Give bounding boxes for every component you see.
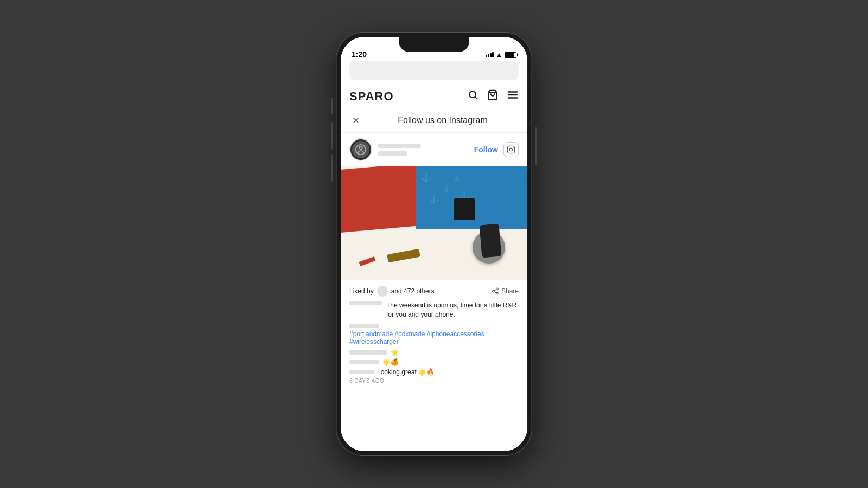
status-icons: ▲ (486, 51, 516, 59)
side-button-vol-down (331, 155, 333, 182)
handle-skeleton (378, 151, 407, 156)
commenter-1-skeleton (349, 350, 387, 355)
clock (454, 198, 475, 220)
svg-line-21 (494, 292, 496, 293)
comment-row-3: Looking great 🌟🔥 (349, 368, 519, 376)
svg-line-1 (475, 97, 477, 99)
red-fabric (341, 166, 416, 233)
close-button[interactable] (349, 114, 362, 127)
banner-title-row: Follow us on Instagram (341, 108, 527, 133)
side-button-power (535, 127, 537, 165)
notch (399, 37, 469, 52)
comment-row-1: 🌟 (349, 349, 519, 356)
caption-username-skeleton (349, 301, 382, 305)
phone-frame: 1:20 ▲ SPARO (336, 33, 532, 455)
profile-info (378, 144, 474, 156)
instagram-widget: Follow us on Instagram (341, 108, 527, 166)
svg-text:⚓: ⚓ (429, 195, 439, 204)
side-button-vol-up (331, 122, 333, 149)
phone-screen: 1:20 ▲ SPARO (341, 37, 527, 451)
post-bottom: Liked by and 472 others Share The weeken… (341, 280, 527, 451)
svg-text:⚓: ⚓ (454, 175, 461, 182)
svg-point-12 (513, 147, 513, 148)
phone-on-charger (480, 223, 502, 258)
search-icon[interactable] (468, 89, 478, 103)
address-bar[interactable] (349, 61, 519, 80)
app-header: SPARO (341, 85, 527, 108)
commenter-3-skeleton (349, 370, 374, 374)
post-image-inner: ⚓ ⚓ ⚓ ⚓ ⚓ (341, 166, 527, 280)
comment-row-2: 🌟🍊 (349, 358, 519, 366)
comment-2-text: 🌟🍊 (382, 358, 399, 366)
hashtags-text: #portlandmade #pdxmade #iphoneaccessorie… (349, 330, 519, 345)
comment-3-text: Looking great 🌟🔥 (377, 368, 435, 376)
likes-avatar (377, 286, 388, 297)
caption-text: The weekend is upon us, time for a littl… (386, 301, 519, 319)
wireless-charger (473, 231, 505, 264)
follow-button[interactable]: Follow (474, 145, 498, 154)
hashtag-user-skeleton (349, 324, 379, 328)
timestamp: 6 days ago (349, 378, 519, 384)
brand-logo: SPARO (349, 89, 394, 104)
post-image: ⚓ ⚓ ⚓ ⚓ ⚓ (341, 166, 527, 280)
svg-point-9 (359, 146, 362, 150)
svg-text:⚓: ⚓ (421, 172, 432, 182)
profile-row: Follow (341, 133, 527, 166)
share-label: Share (501, 287, 519, 295)
commenter-2-skeleton (349, 360, 379, 364)
username-skeleton (378, 144, 421, 148)
svg-point-11 (509, 148, 512, 151)
header-icons (468, 89, 519, 104)
battery-icon (505, 52, 516, 58)
likes-count: and 472 others (391, 287, 435, 295)
status-time: 1:20 (352, 50, 367, 59)
wifi-icon: ▲ (496, 51, 502, 59)
svg-line-22 (494, 290, 496, 291)
menu-icon[interactable] (507, 89, 519, 104)
share-button[interactable]: Share (492, 287, 519, 295)
banner-title: Follow us on Instagram (367, 115, 519, 125)
svg-rect-10 (507, 146, 514, 153)
liked-by-label: Liked by (349, 287, 374, 295)
side-button-mute (331, 98, 333, 114)
caption-row: The weekend is upon us, time for a littl… (349, 301, 519, 319)
likes-row: Liked by and 472 others Share (349, 286, 519, 297)
svg-text:⚓: ⚓ (443, 184, 451, 192)
likes-text: Liked by and 472 others (349, 286, 435, 297)
bag-icon[interactable] (487, 89, 498, 103)
avatar-inner (352, 141, 369, 158)
comment-1-text: 🌟 (391, 349, 399, 356)
avatar (349, 138, 372, 161)
signal-icon (486, 52, 494, 57)
instagram-icon[interactable] (503, 142, 519, 157)
hashtags: #portlandmade #pdxmade #iphoneaccessorie… (349, 323, 519, 345)
